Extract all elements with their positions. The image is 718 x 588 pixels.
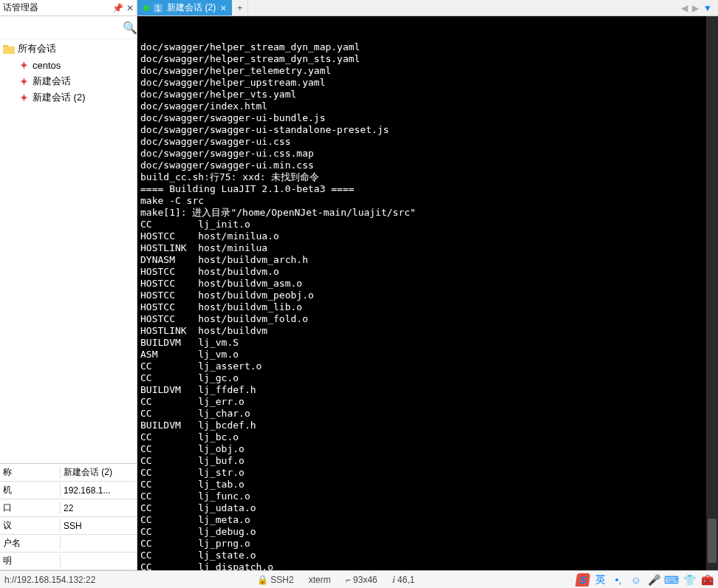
ime-lang-icon[interactable]: 英 — [594, 573, 607, 587]
session-icon: ✦ — [18, 75, 30, 87]
props-row-username: 户名 — [0, 535, 137, 553]
ime-emoji-icon[interactable]: ☺ — [629, 573, 643, 587]
terminal-line: DYNASM host/buildvm_arch.h — [140, 254, 715, 266]
tab-title: 新建会话 (2) — [167, 1, 216, 14]
props-row-port: 口 22 — [0, 499, 137, 517]
terminal-line: CC lj_bc.o — [140, 431, 715, 443]
props-value: SSH — [61, 521, 137, 531]
terminal[interactable]: doc/swagger/helper_stream_dyn_map.yamldo… — [137, 16, 718, 570]
ime-voice-icon[interactable]: 🎤 — [647, 573, 660, 587]
tab-close-icon[interactable]: × — [220, 2, 226, 14]
terminal-line: CC lj_meta.o — [140, 514, 715, 526]
tray-icons: S 英 •, ☺ 🎤 ⌨ 👕 🧰 — [576, 573, 714, 587]
tree-item-centos[interactable]: ✦ centos — [0, 57, 137, 73]
tree-root-label: 所有会话 — [18, 42, 56, 55]
terminal-line: doc/swagger/swagger-ui.css — [140, 136, 715, 148]
ime-skin-icon[interactable]: 👕 — [683, 573, 696, 587]
tree-item-label: 新建会话 (2) — [33, 91, 86, 104]
terminal-line: doc/swagger/index.html — [140, 100, 715, 112]
tab-new-button[interactable]: + — [232, 0, 248, 16]
tab-nav: ◀ ▶ ▼ — [675, 0, 718, 16]
terminal-line: doc/swagger/helper_stream_dyn_map.yaml — [140, 41, 715, 53]
close-icon[interactable]: ✕ — [126, 3, 134, 13]
terminal-line: CC lj_obj.o — [140, 443, 715, 455]
terminal-line: make[1]: 进入目录"/home/OpenNJet-main/luajit… — [140, 207, 715, 219]
terminal-line: HOSTCC host/buildvm.o — [140, 266, 715, 278]
tree-root[interactable]: 所有会话 — [0, 41, 137, 57]
tab-index: 1 — [154, 4, 163, 13]
terminal-line: CC lj_udata.o — [140, 502, 715, 514]
terminal-line: doc/swagger/helper_stream_dyn_sts.yaml — [140, 53, 715, 65]
terminal-line: doc/swagger/swagger-ui-standalone-preset… — [140, 124, 715, 136]
terminal-line: HOSTCC host/buildvm_asm.o — [140, 278, 715, 290]
terminal-line: doc/swagger/swagger-ui-bundle.js — [140, 112, 715, 124]
status-protocol: 🔒 SSH2 — [257, 575, 294, 585]
props-label: 议 — [0, 519, 61, 532]
status-dot-icon — [143, 5, 149, 11]
session-icon: ✦ — [18, 59, 30, 71]
terminal-line: CC lj_char.o — [140, 408, 715, 420]
terminal-line: ==== Building LuaJIT 2.1.0-beta3 ==== — [140, 183, 715, 195]
tab-menu-icon[interactable]: ▼ — [703, 3, 712, 13]
terminal-line: HOSTCC host/buildvm_lib.o — [140, 301, 715, 313]
terminal-line: CC lj_debug.o — [140, 526, 715, 538]
ime-punct-icon[interactable]: •, — [612, 573, 625, 587]
tab-active[interactable]: 1 新建会话 (2) × — [137, 0, 232, 16]
tree-item-newsession-2[interactable]: ✦ 新建会话 (2) — [0, 89, 137, 106]
terminal-line: CC lj_state.o — [140, 550, 715, 561]
terminal-line: build_cc.sh:行75: xxd: 未找到命令 — [140, 171, 715, 183]
status-size: ⌐ 93x46 — [346, 575, 377, 585]
tree-item-label: 新建会话 — [33, 75, 71, 88]
props-row-host: 机 192.168.1... — [0, 482, 137, 499]
terminal-line: CC lj_err.o — [140, 396, 715, 408]
terminal-scrollbar[interactable] — [706, 16, 718, 570]
session-tree: 所有会话 ✦ centos ✦ 新建会话 ✦ 新建会话 (2) — [0, 39, 137, 463]
pin-icon[interactable]: 📌 — [112, 3, 123, 13]
terminal-scrollbar-thumb[interactable] — [708, 519, 717, 563]
props-row-desc: 明 — [0, 553, 137, 570]
terminal-line: CC lj_str.o — [140, 467, 715, 479]
main-area: 1 新建会话 (2) × + ◀ ▶ ▼ doc/swagger/helper_… — [137, 0, 718, 570]
sogou-ime-icon[interactable]: S — [575, 573, 591, 587]
status-term: xterm — [309, 575, 331, 585]
terminal-line: HOSTLINK host/minilua — [140, 242, 715, 254]
terminal-line: BUILDVM lj_ffdef.h — [140, 384, 715, 396]
terminal-line: doc/swagger/helper_telemetry.yaml — [140, 65, 715, 77]
terminal-line: HOSTCC host/buildvm_fold.o — [140, 313, 715, 325]
session-icon: ✦ — [18, 92, 30, 103]
ime-toolbox-icon[interactable]: 🧰 — [700, 573, 714, 587]
terminal-line: CC lj_buf.o — [140, 455, 715, 467]
terminal-line: doc/swagger/helper_vts.yaml — [140, 89, 715, 100]
terminal-line: HOSTCC host/minilua.o — [140, 230, 715, 242]
search-input[interactable] — [3, 19, 120, 35]
status-host: h://192.168.154.132:22 — [4, 575, 95, 585]
ime-keyboard-icon[interactable]: ⌨ — [665, 573, 678, 587]
props-label: 口 — [0, 502, 61, 514]
props-row-protocol: 议 SSH — [0, 517, 137, 535]
terminal-line: CC lj_gc.o — [140, 372, 715, 384]
folder-icon — [3, 43, 15, 55]
tree-item-newsession[interactable]: ✦ 新建会话 — [0, 73, 137, 89]
terminal-line: BUILDVM lj_vm.S — [140, 337, 715, 349]
terminal-line: make -C src — [140, 195, 715, 207]
status-mid: 🔒 SSH2 xterm ⌐ 93x46 ⅈ 46,1 — [109, 575, 563, 585]
terminal-line: doc/swagger/swagger-ui.css.map — [140, 148, 715, 160]
props-label: 机 — [0, 484, 61, 496]
search-row: 🔍 — [0, 16, 137, 39]
terminal-line: HOSTLINK host/buildvm — [140, 325, 715, 337]
props-value: 192.168.1... — [61, 485, 137, 496]
tab-next-icon[interactable]: ▶ — [692, 3, 699, 13]
terminal-line: doc/swagger/helper_upstream.yaml — [140, 77, 715, 89]
terminal-line: CC lj_tab.o — [140, 479, 715, 490]
sidebar-header: 话管理器 📌 ✕ — [0, 0, 137, 16]
props-label: 户名 — [0, 537, 61, 550]
sidebar-title: 话管理器 — [3, 1, 109, 14]
props-row-name: 称 新建会话 (2) — [0, 464, 137, 482]
tab-prev-icon[interactable]: ◀ — [681, 3, 688, 13]
session-manager-sidebar: 话管理器 📌 ✕ 🔍 所有会话 ✦ centos ✦ 新建会话 ✦ 新建会话 (… — [0, 0, 137, 570]
props-value: 22 — [61, 503, 137, 513]
terminal-line: CC lj_prng.o — [140, 538, 715, 550]
terminal-line: HOSTCC host/buildvm_peobj.o — [140, 290, 715, 301]
statusbar: h://192.168.154.132:22 🔒 SSH2 xterm ⌐ 93… — [0, 570, 718, 588]
terminal-line: ASM lj_vm.o — [140, 349, 715, 360]
